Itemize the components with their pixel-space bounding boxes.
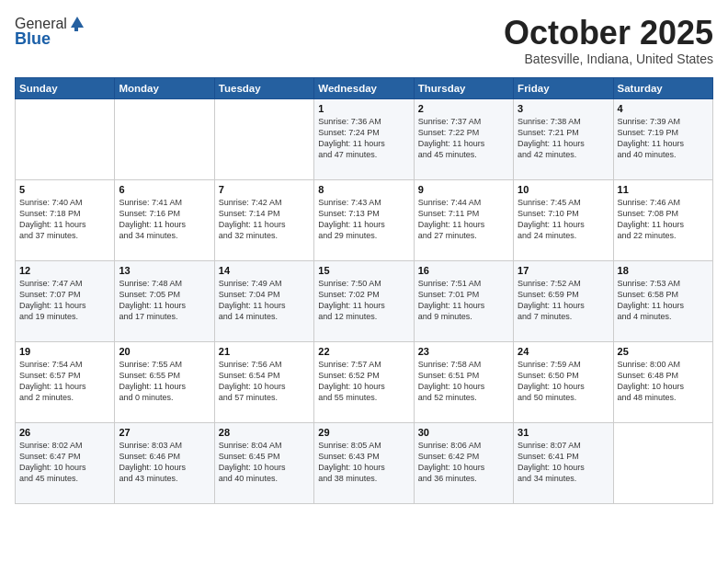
- day-info: Sunrise: 7:55 AM Sunset: 6:55 PM Dayligh…: [119, 359, 210, 404]
- day-info: Sunrise: 8:07 AM Sunset: 6:41 PM Dayligh…: [518, 440, 609, 485]
- calendar-header-row: SundayMondayTuesdayWednesdayThursdayFrid…: [16, 77, 713, 98]
- day-info: Sunrise: 8:05 AM Sunset: 6:43 PM Dayligh…: [318, 440, 409, 485]
- day-number: 25: [618, 346, 709, 357]
- day-number: 4: [618, 103, 709, 114]
- calendar-cell: 5Sunrise: 7:40 AM Sunset: 7:18 PM Daylig…: [16, 179, 115, 260]
- day-info: Sunrise: 7:56 AM Sunset: 6:54 PM Dayligh…: [219, 359, 310, 404]
- calendar-cell: 28Sunrise: 8:04 AM Sunset: 6:45 PM Dayli…: [214, 422, 313, 503]
- calendar-cell: 16Sunrise: 7:51 AM Sunset: 7:01 PM Dayli…: [414, 260, 513, 341]
- day-number: 17: [518, 265, 609, 276]
- logo-blue-text: Blue: [15, 29, 51, 49]
- day-number: 5: [19, 184, 110, 195]
- day-info: Sunrise: 7:46 AM Sunset: 7:08 PM Dayligh…: [618, 197, 709, 242]
- day-number: 31: [518, 427, 609, 438]
- calendar-cell: 22Sunrise: 7:57 AM Sunset: 6:52 PM Dayli…: [314, 341, 414, 422]
- day-info: Sunrise: 7:47 AM Sunset: 7:07 PM Dayligh…: [19, 278, 110, 323]
- calendar-cell: 19Sunrise: 7:54 AM Sunset: 6:57 PM Dayli…: [16, 341, 115, 422]
- calendar-week-row: 5Sunrise: 7:40 AM Sunset: 7:18 PM Daylig…: [16, 179, 713, 260]
- calendar-cell: 15Sunrise: 7:50 AM Sunset: 7:02 PM Dayli…: [314, 260, 414, 341]
- calendar-cell: [613, 422, 712, 503]
- day-number: 13: [119, 265, 210, 276]
- day-number: 9: [418, 184, 509, 195]
- day-number: 22: [318, 346, 409, 357]
- calendar-cell: 23Sunrise: 7:58 AM Sunset: 6:51 PM Dayli…: [414, 341, 513, 422]
- day-header-saturday: Saturday: [613, 77, 712, 98]
- logo-icon: [69, 15, 85, 31]
- calendar-cell: 12Sunrise: 7:47 AM Sunset: 7:07 PM Dayli…: [16, 260, 115, 341]
- logo: General Blue: [15, 15, 85, 49]
- day-number: 14: [219, 265, 310, 276]
- day-number: 27: [119, 427, 210, 438]
- calendar-week-row: 19Sunrise: 7:54 AM Sunset: 6:57 PM Dayli…: [16, 341, 713, 422]
- day-number: 28: [219, 427, 310, 438]
- day-info: Sunrise: 7:53 AM Sunset: 6:58 PM Dayligh…: [618, 278, 709, 323]
- calendar-cell: [16, 98, 115, 179]
- calendar-cell: 27Sunrise: 8:03 AM Sunset: 6:46 PM Dayli…: [115, 422, 214, 503]
- location-text: Batesville, Indiana, United States: [504, 52, 713, 66]
- day-info: Sunrise: 7:36 AM Sunset: 7:24 PM Dayligh…: [318, 116, 409, 161]
- day-header-thursday: Thursday: [414, 77, 513, 98]
- day-number: 6: [119, 184, 210, 195]
- calendar-cell: 2Sunrise: 7:37 AM Sunset: 7:22 PM Daylig…: [414, 98, 513, 179]
- day-number: 10: [518, 184, 609, 195]
- day-number: 18: [618, 265, 709, 276]
- calendar-cell: 1Sunrise: 7:36 AM Sunset: 7:24 PM Daylig…: [314, 98, 414, 179]
- calendar-cell: 14Sunrise: 7:49 AM Sunset: 7:04 PM Dayli…: [214, 260, 313, 341]
- day-number: 7: [219, 184, 310, 195]
- calendar-cell: 26Sunrise: 8:02 AM Sunset: 6:47 PM Dayli…: [16, 422, 115, 503]
- day-info: Sunrise: 7:40 AM Sunset: 7:18 PM Dayligh…: [19, 197, 110, 242]
- day-info: Sunrise: 7:50 AM Sunset: 7:02 PM Dayligh…: [318, 278, 409, 323]
- day-info: Sunrise: 7:42 AM Sunset: 7:14 PM Dayligh…: [219, 197, 310, 242]
- day-info: Sunrise: 8:06 AM Sunset: 6:42 PM Dayligh…: [418, 440, 509, 485]
- calendar-cell: 6Sunrise: 7:41 AM Sunset: 7:16 PM Daylig…: [115, 179, 214, 260]
- calendar-cell: 25Sunrise: 8:00 AM Sunset: 6:48 PM Dayli…: [613, 341, 712, 422]
- calendar-cell: 3Sunrise: 7:38 AM Sunset: 7:21 PM Daylig…: [514, 98, 613, 179]
- day-info: Sunrise: 7:58 AM Sunset: 6:51 PM Dayligh…: [418, 359, 509, 404]
- calendar-cell: 10Sunrise: 7:45 AM Sunset: 7:10 PM Dayli…: [514, 179, 613, 260]
- calendar-cell: 9Sunrise: 7:44 AM Sunset: 7:11 PM Daylig…: [414, 179, 513, 260]
- day-info: Sunrise: 8:00 AM Sunset: 6:48 PM Dayligh…: [618, 359, 709, 404]
- calendar-header: General Blue October 2025 Batesville, In…: [15, 15, 713, 66]
- day-number: 21: [219, 346, 310, 357]
- calendar-week-row: 1Sunrise: 7:36 AM Sunset: 7:24 PM Daylig…: [16, 98, 713, 179]
- day-info: Sunrise: 7:59 AM Sunset: 6:50 PM Dayligh…: [518, 359, 609, 404]
- day-info: Sunrise: 7:45 AM Sunset: 7:10 PM Dayligh…: [518, 197, 609, 242]
- day-info: Sunrise: 7:52 AM Sunset: 6:59 PM Dayligh…: [518, 278, 609, 323]
- calendar-cell: 31Sunrise: 8:07 AM Sunset: 6:41 PM Dayli…: [514, 422, 613, 503]
- calendar-week-row: 12Sunrise: 7:47 AM Sunset: 7:07 PM Dayli…: [16, 260, 713, 341]
- day-info: Sunrise: 7:54 AM Sunset: 6:57 PM Dayligh…: [19, 359, 110, 404]
- calendar-cell: 24Sunrise: 7:59 AM Sunset: 6:50 PM Dayli…: [514, 341, 613, 422]
- day-number: 19: [19, 346, 110, 357]
- calendar-cell: 30Sunrise: 8:06 AM Sunset: 6:42 PM Dayli…: [414, 422, 513, 503]
- day-number: 8: [318, 184, 409, 195]
- calendar-cell: 29Sunrise: 8:05 AM Sunset: 6:43 PM Dayli…: [314, 422, 414, 503]
- day-info: Sunrise: 8:03 AM Sunset: 6:46 PM Dayligh…: [119, 440, 210, 485]
- title-block: October 2025 Batesville, Indiana, United…: [504, 15, 713, 66]
- day-info: Sunrise: 7:43 AM Sunset: 7:13 PM Dayligh…: [318, 197, 409, 242]
- day-number: 15: [318, 265, 409, 276]
- day-number: 12: [19, 265, 110, 276]
- day-info: Sunrise: 8:02 AM Sunset: 6:47 PM Dayligh…: [19, 440, 110, 485]
- day-info: Sunrise: 7:57 AM Sunset: 6:52 PM Dayligh…: [318, 359, 409, 404]
- day-info: Sunrise: 7:39 AM Sunset: 7:19 PM Dayligh…: [618, 116, 709, 161]
- calendar-cell: 4Sunrise: 7:39 AM Sunset: 7:19 PM Daylig…: [613, 98, 712, 179]
- day-info: Sunrise: 7:41 AM Sunset: 7:16 PM Dayligh…: [119, 197, 210, 242]
- calendar-cell: 13Sunrise: 7:48 AM Sunset: 7:05 PM Dayli…: [115, 260, 214, 341]
- calendar-week-row: 26Sunrise: 8:02 AM Sunset: 6:47 PM Dayli…: [16, 422, 713, 503]
- day-info: Sunrise: 7:44 AM Sunset: 7:11 PM Dayligh…: [418, 197, 509, 242]
- day-number: 16: [418, 265, 509, 276]
- day-number: 30: [418, 427, 509, 438]
- calendar-cell: 21Sunrise: 7:56 AM Sunset: 6:54 PM Dayli…: [214, 341, 313, 422]
- day-info: Sunrise: 8:04 AM Sunset: 6:45 PM Dayligh…: [219, 440, 310, 485]
- calendar-cell: 7Sunrise: 7:42 AM Sunset: 7:14 PM Daylig…: [214, 179, 313, 260]
- day-header-monday: Monday: [115, 77, 214, 98]
- calendar-cell: 8Sunrise: 7:43 AM Sunset: 7:13 PM Daylig…: [314, 179, 414, 260]
- calendar-cell: 11Sunrise: 7:46 AM Sunset: 7:08 PM Dayli…: [613, 179, 712, 260]
- day-header-wednesday: Wednesday: [314, 77, 414, 98]
- calendar-cell: [214, 98, 313, 179]
- day-info: Sunrise: 7:37 AM Sunset: 7:22 PM Dayligh…: [418, 116, 509, 161]
- day-number: 20: [119, 346, 210, 357]
- calendar-table: SundayMondayTuesdayWednesdayThursdayFrid…: [15, 77, 713, 504]
- day-number: 24: [518, 346, 609, 357]
- calendar-cell: 20Sunrise: 7:55 AM Sunset: 6:55 PM Dayli…: [115, 341, 214, 422]
